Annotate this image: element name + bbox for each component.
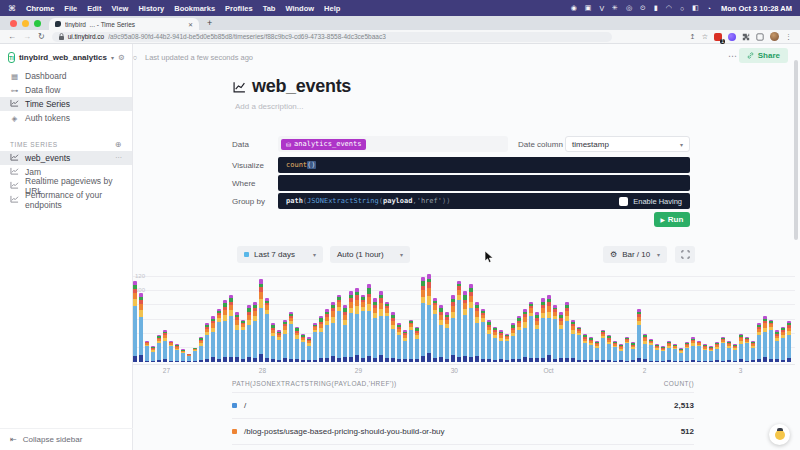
- dashboard-grid-icon: ▦: [10, 72, 19, 81]
- data-flow-icon: ⊶: [10, 86, 19, 95]
- chart-type-select[interactable]: ⚙ Bar / 10 ▾: [603, 246, 667, 263]
- chrome-menu-icon[interactable]: ⋮: [785, 33, 792, 41]
- zoom-window-button[interactable]: [34, 20, 41, 27]
- visualize-label: Visualize: [232, 161, 264, 170]
- code-path: path: [286, 197, 303, 205]
- page-scrollbar[interactable]: [794, 60, 798, 240]
- enable-having-checkbox[interactable]: [619, 197, 628, 206]
- menu-window[interactable]: Window: [285, 4, 314, 13]
- sidebar-item-data-flow[interactable]: ⊶ Data flow: [0, 83, 132, 97]
- path-column-header[interactable]: PATH(JSONEXTRACTSTRING(PAYLOAD,'HREF')): [232, 380, 397, 387]
- tab-groups-icon[interactable]: [756, 33, 764, 41]
- date-column-select[interactable]: timestamp ▾: [565, 136, 690, 152]
- path-cell: /: [244, 401, 246, 410]
- new-tab-button[interactable]: +: [207, 18, 212, 28]
- data-label: Data: [232, 140, 249, 149]
- minimize-window-button[interactable]: [22, 20, 29, 27]
- extension-red-icon[interactable]: 1: [714, 33, 722, 41]
- browser-tab[interactable]: tinybird_... - Time Series ✕: [49, 18, 199, 30]
- menu-edit[interactable]: Edit: [87, 4, 101, 13]
- description-placeholder[interactable]: Add a description...: [235, 102, 303, 111]
- table-row[interactable]: /blog-posts/usage-based-pricing-should-y…: [232, 419, 694, 445]
- window-controls: [0, 20, 49, 30]
- search-icon[interactable]: ○: [680, 5, 684, 12]
- chevron-down-icon: ▾: [680, 141, 683, 148]
- reload-button[interactable]: ↻: [38, 32, 45, 41]
- menu-help[interactable]: Help: [324, 4, 340, 13]
- sidebar-item-label: Time Series: [25, 99, 70, 109]
- last-updated-text: Last updated a few seconds ago: [145, 53, 253, 62]
- where-code-input[interactable]: [278, 175, 690, 191]
- enable-having-label: Enable Having: [633, 197, 682, 206]
- menubar-app-name[interactable]: Chrome: [26, 4, 54, 13]
- chat-widget-button[interactable]: [769, 424, 790, 445]
- menu-history[interactable]: History: [138, 4, 164, 13]
- share-page-icon[interactable]: ↥: [690, 33, 696, 41]
- forward-button[interactable]: →: [23, 32, 31, 41]
- sidebar-item-dashboard[interactable]: ▦ Dashboard: [0, 69, 132, 83]
- control-center-icon[interactable]: ◧: [692, 4, 699, 12]
- record-icon[interactable]: ◉: [571, 4, 577, 12]
- count-column-header[interactable]: COUNT(): [664, 380, 694, 387]
- menu-view[interactable]: View: [111, 4, 128, 13]
- fullscreen-button[interactable]: [675, 246, 695, 263]
- sidebar-item-label: Data flow: [25, 85, 60, 95]
- menu-tab[interactable]: Tab: [263, 4, 276, 13]
- back-button[interactable]: ←: [8, 32, 16, 41]
- chevron-down-icon: ▾: [657, 251, 660, 258]
- chart-plot-area[interactable]: 120100: [133, 270, 795, 362]
- sidebar-item-auth-tokens[interactable]: ◈ Auth tokens: [0, 111, 132, 125]
- address-bar[interactable]: ui.tinybird.co/a9c95a08-90fd-44b2-941d-b…: [52, 32, 612, 42]
- meet-icon[interactable]: ◎: [626, 4, 632, 12]
- play-icon: ▶: [661, 217, 665, 223]
- extension-purple-icon[interactable]: [728, 33, 736, 41]
- more-options-icon[interactable]: ⋯: [115, 154, 122, 162]
- display-icon[interactable]: ▣: [585, 4, 592, 12]
- battery-icon[interactable]: ▮: [654, 4, 658, 12]
- workspace-switcher[interactable]: TI tinybird_web_analytics ▾ ⚙ ○: [0, 44, 132, 69]
- granularity-select[interactable]: Auto (1 hour) ▾: [330, 246, 410, 263]
- time-series-chart[interactable]: 120100 27282930Oct23: [133, 266, 795, 378]
- date-range-select[interactable]: Last 7 days ▾: [237, 246, 323, 263]
- enable-having-control[interactable]: Enable Having: [619, 197, 682, 206]
- page-title[interactable]: web_events: [252, 76, 351, 97]
- menu-profiles[interactable]: Profiles: [225, 4, 253, 13]
- apple-menu-icon[interactable]: ⌘: [8, 4, 16, 13]
- v-app-icon[interactable]: V: [599, 5, 604, 12]
- sidebar-item-web-events[interactable]: web_events ⋯: [0, 151, 132, 165]
- dot-circle-icon[interactable]: ⊙: [640, 4, 646, 12]
- close-tab-icon[interactable]: ✕: [188, 21, 193, 28]
- menubar-clock[interactable]: Mon Oct 3 10:28 AM: [721, 4, 792, 13]
- datasource-pill[interactable]: ⛁ analytics_events: [281, 139, 366, 150]
- profile-avatar[interactable]: [770, 32, 779, 41]
- sidebar-item-time-series[interactable]: Time Series: [0, 97, 132, 111]
- sidebar-item-performance-endpoints[interactable]: Performance of your endpoints: [0, 193, 132, 207]
- clock-icon[interactable]: ◔: [707, 5, 711, 12]
- main-content: Last updated a few seconds ago ⋯ Share w…: [133, 44, 800, 450]
- page-options-icon[interactable]: ⋯: [728, 51, 738, 61]
- add-time-series-icon[interactable]: ⊕: [115, 140, 122, 149]
- lock-icon: [59, 33, 64, 40]
- collapse-sidebar-button[interactable]: ⇤ Collapse sidebar: [0, 428, 133, 444]
- run-label: Run: [668, 215, 684, 224]
- menu-bookmarks[interactable]: Bookmarks: [174, 4, 215, 13]
- date-range-value: Last 7 days: [254, 250, 295, 259]
- url-path: /a9c95a08-90fd-44b2-941d-be5d0e5b85d8/ti…: [108, 33, 386, 40]
- run-button[interactable]: ▶ Run: [654, 212, 690, 227]
- asterisk-icon[interactable]: ✳: [612, 4, 618, 12]
- settings-gear-icon[interactable]: ⚙: [118, 53, 125, 62]
- chart-type-value: Bar / 10: [622, 250, 650, 259]
- visualize-code-input[interactable]: count(): [278, 157, 690, 173]
- close-window-button[interactable]: [10, 20, 17, 27]
- extensions-puzzle-icon[interactable]: [742, 33, 750, 41]
- code-paren: )): [442, 197, 450, 205]
- menu-file[interactable]: File: [64, 4, 77, 13]
- sidebar: TI tinybird_web_analytics ▾ ⚙ ○ ▦ Dashbo…: [0, 44, 133, 450]
- bookmark-star-icon[interactable]: ☆: [702, 33, 708, 41]
- data-input[interactable]: ⛁ analytics_events: [278, 136, 508, 152]
- group-by-code-input[interactable]: path(JSONExtractString(payload,'href')) …: [278, 193, 690, 209]
- wifi-icon[interactable]: ◠: [666, 4, 672, 12]
- time-series-section-header: TIME SERIES ⊕: [0, 137, 132, 151]
- share-button[interactable]: Share: [739, 48, 788, 63]
- table-row[interactable]: / 2,513: [232, 393, 694, 419]
